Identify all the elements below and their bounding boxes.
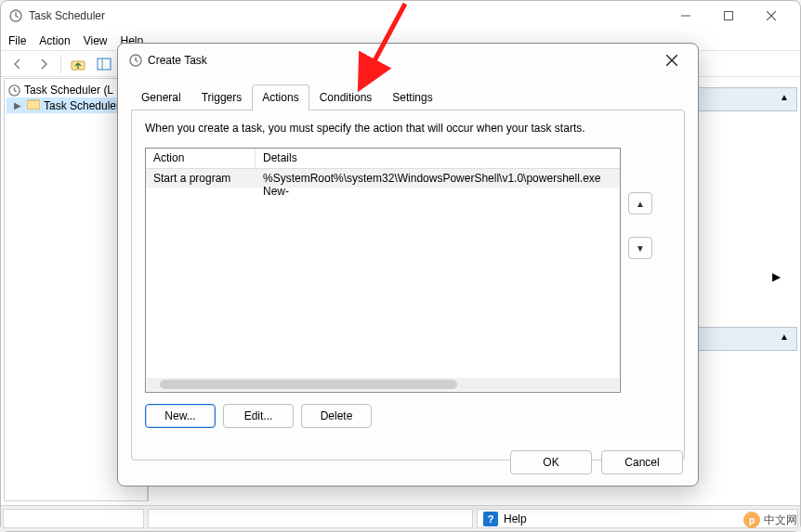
main-title: Task Scheduler — [29, 9, 105, 22]
tree-child-label: Task Scheduler — [44, 99, 120, 112]
tree-root-label: Task Scheduler (L — [24, 84, 113, 97]
list-buttons: New... Edit... Delete — [145, 404, 671, 428]
help-icon: ? — [483, 512, 498, 526]
tabstrip: General Triggers Actions Conditions Sett… — [118, 84, 698, 110]
move-up-button[interactable]: ▲ — [628, 192, 652, 214]
ok-button[interactable]: OK — [510, 450, 592, 474]
back-button[interactable] — [7, 53, 29, 75]
watermark-logo-icon: p — [743, 512, 760, 528]
svg-rect-6 — [98, 58, 111, 70]
col-action[interactable]: Action — [146, 149, 256, 168]
new-button[interactable]: New... — [145, 404, 216, 428]
scroll-right-icon[interactable]: ▶ — [772, 270, 781, 283]
horizontal-scrollbar[interactable] — [147, 378, 619, 391]
forward-button[interactable] — [33, 53, 55, 75]
scrollbar-thumb[interactable] — [160, 380, 457, 389]
create-task-dialog: Create Task General Triggers Actions Con… — [117, 43, 699, 487]
toolbar-separator — [60, 55, 61, 73]
tab-actions[interactable]: Actions — [252, 84, 309, 110]
menu-action[interactable]: Action — [39, 34, 70, 47]
tab-settings[interactable]: Settings — [382, 84, 442, 110]
window-controls — [664, 1, 793, 31]
cancel-button[interactable]: Cancel — [601, 450, 683, 474]
instruction-text: When you create a task, you must specify… — [145, 122, 671, 135]
edit-button[interactable]: Edit... — [223, 404, 294, 428]
tab-conditions[interactable]: Conditions — [309, 84, 383, 110]
dialog-close-button[interactable] — [657, 45, 687, 75]
row-details: %SystemRoot%\system32\WindowsPowerShell\… — [256, 169, 620, 188]
dialog-footer: OK Cancel — [510, 450, 683, 474]
actions-frame: Action Details Start a program %SystemRo… — [145, 148, 671, 393]
tab-triggers[interactable]: Triggers — [191, 84, 253, 110]
watermark-text: 中文网 — [764, 513, 797, 528]
svg-rect-11 — [27, 100, 40, 110]
tree-clock-icon — [8, 84, 20, 97]
collapse-caret-icon: ▲ — [780, 92, 789, 102]
list-header: Action Details — [146, 149, 620, 169]
expand-icon[interactable]: ▶ — [12, 100, 23, 110]
status-cell-left — [3, 509, 144, 528]
dialog-title: Create Task — [148, 54, 207, 67]
folder-icon — [27, 98, 40, 112]
app-clock-icon — [8, 8, 23, 23]
close-button[interactable] — [750, 1, 793, 31]
status-cell-mid — [148, 509, 473, 528]
collapse-caret-icon-2: ▲ — [780, 331, 789, 342]
dialog-titlebar: Create Task — [118, 44, 698, 77]
actions-list[interactable]: Action Details Start a program %SystemRo… — [145, 148, 621, 393]
col-details[interactable]: Details — [256, 149, 620, 168]
row-action: Start a program — [146, 169, 256, 188]
menu-view[interactable]: View — [84, 34, 108, 47]
status-help-label: Help — [504, 513, 527, 526]
delete-button[interactable]: Delete — [301, 404, 372, 428]
list-row[interactable]: Start a program %SystemRoot%\system32\Wi… — [146, 169, 620, 188]
menu-file[interactable]: File — [8, 34, 26, 47]
tab-body: When you create a task, you must specify… — [131, 110, 685, 461]
reorder-buttons: ▲ ▼ — [628, 148, 652, 393]
up-folder-button[interactable] — [67, 53, 89, 75]
tab-general[interactable]: General — [131, 84, 191, 110]
svg-rect-2 — [725, 12, 733, 20]
minimize-button[interactable] — [664, 1, 707, 31]
dialog-clock-icon — [129, 54, 142, 67]
maximize-button[interactable] — [707, 1, 750, 31]
statusbar: ? Help — [1, 505, 800, 531]
main-titlebar: Task Scheduler — [1, 1, 800, 31]
move-down-button[interactable]: ▼ — [628, 237, 652, 259]
watermark: p 中文网 — [743, 512, 797, 528]
panel-button[interactable] — [93, 53, 115, 75]
